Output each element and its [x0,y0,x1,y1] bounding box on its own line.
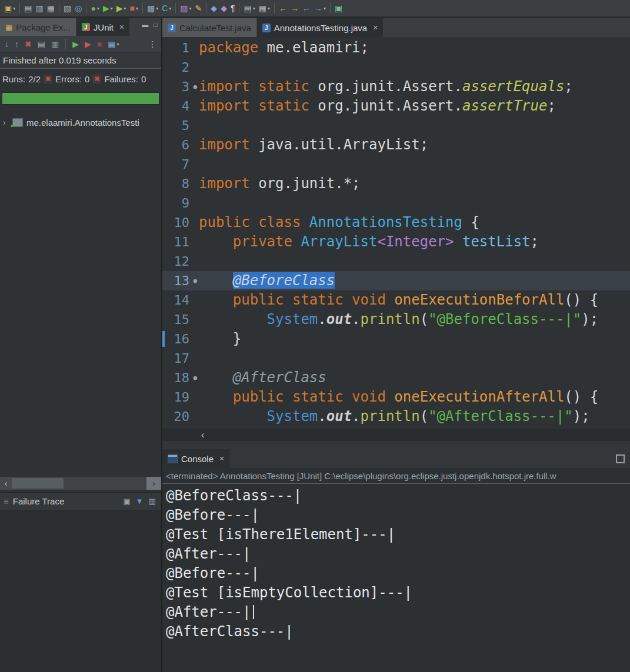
code-line[interactable]: 11 private ArrayList<Integer> testList; [162,232,630,252]
close-icon[interactable]: × [373,23,378,32]
debug-button[interactable]: ●▾ [89,2,101,15]
coverage-report-button[interactable]: ▨▾ [178,2,193,15]
mail-button[interactable]: ▧ [62,2,73,15]
minimize-view-icon[interactable]: ▬ [142,21,148,28]
back-button[interactable]: ← [301,2,312,15]
code-line[interactable]: 17 [162,349,630,368]
code-text: System.out.println("@BeforeClass---|"); [199,310,598,329]
maximize-console-icon[interactable] [616,454,625,463]
test-tree-item[interactable]: › me.elaamiri.AnnotationsTesti [0,115,161,129]
perspective-button[interactable]: ▣ [333,2,344,15]
code-text: private ArrayList<Integer> testList; [199,232,539,252]
tab-console[interactable]: Console × [162,449,229,468]
line-number-gutter: 8 [162,174,199,193]
code-line[interactable]: 10public class AnnotationsTesting { [162,213,630,232]
sort-button[interactable]: ▤▾ [242,2,256,15]
view-menu-button[interactable]: ⋮ [146,38,158,51]
line-number: 1 [182,38,189,58]
next-failed-test-button[interactable]: ↓ [3,38,11,51]
show-skipped-only-button[interactable]: ▥ [49,38,61,51]
maximize-view-icon[interactable]: □ [154,21,158,28]
stop-button[interactable]: ■ [95,38,104,51]
code-line[interactable]: 13● @BeforeClass [162,271,630,290]
code-line[interactable]: 15 System.out.println("@BeforeClass---|"… [162,310,630,329]
line-number-gutter: 2 [162,58,199,77]
editor-horizontal-scrollbar[interactable]: ‹ [162,429,630,441]
save-all-button[interactable]: ▥ [34,2,45,15]
new-wizard-button[interactable]: ▣▾ [2,2,17,15]
coverage-report-button-icon: ▨ [180,2,188,15]
scroll-left-icon[interactable]: ‹ [201,430,204,440]
show-whitespace-button[interactable]: ¶ [229,2,237,15]
new-java-project-button[interactable]: ▩▾ [145,2,160,15]
console-output[interactable]: @BeforeClass---|@Before---|@Test [isTher… [162,484,630,672]
scrollbar-thumb[interactable] [12,478,64,489]
open-task-button[interactable]: ◆ [219,2,229,15]
show-failures-only-button[interactable]: ▤ [36,38,47,51]
code-line[interactable]: 14 public static void oneExecutionBeforA… [162,290,630,310]
eclipse-window: ▣▾▤▥▦▧◎●▾▶▾▶▾■▾▩▾C▾▨▾✎◆◆¶▤▾▦▾←→←→▾▣ ▦ Pa… [0,0,630,672]
code-text: import java.util.ArrayList; [199,135,428,155]
show-stack-trace-console-button[interactable]: ▣ [122,495,132,508]
compare-results-button[interactable]: ▥ [147,495,158,508]
console-line: @Before---| [166,564,630,583]
new-java-project-button-icon: ▩ [147,2,155,15]
next-edit-location-button[interactable]: → [289,2,301,15]
code-line[interactable]: 7 [162,155,630,174]
code-line[interactable]: 9 [162,193,630,213]
format-button[interactable]: ✎ [194,2,204,15]
code-line[interactable]: 8import org.junit.*; [162,174,630,193]
new-java-class-button[interactable]: C▾ [160,2,173,15]
close-icon[interactable]: × [119,22,124,32]
tab-junit[interactable]: J JUnit × [76,18,129,36]
scroll-right-icon[interactable]: › [146,477,161,490]
code-line[interactable]: 6import java.util.ArrayList; [162,135,630,155]
tab-calculatetest-java[interactable]: J CalculateTest.java [162,18,257,37]
previous-failed-test-button[interactable]: ↑ [13,38,21,51]
java-file-icon: J [262,24,271,32]
code-line[interactable]: 20 System.out.println("@AfterClass---|")… [162,407,630,426]
search-button[interactable]: ◎ [73,2,84,15]
save-button[interactable]: ▤ [22,2,34,15]
rerun-failed-button[interactable]: ▶ [83,38,93,51]
code-line[interactable]: 4import static org.junit.Assert.assertTr… [162,96,630,116]
run-button[interactable]: ▶▾ [101,2,115,15]
code-line[interactable]: 5 [162,116,630,135]
code-line[interactable]: 18● @AfterClass [162,368,630,387]
code-text: import static org.junit.Assert.assertTru… [199,96,556,116]
filter-stack-trace-button[interactable]: ▼ [134,495,145,508]
scrollbar-track[interactable] [12,477,146,490]
code-line[interactable]: 3●import static org.junit.Assert.assertE… [162,77,630,96]
rerun-failed-first-button[interactable]: ✖ [23,38,34,51]
code-line[interactable]: 12 [162,252,630,271]
line-number-gutter: 4 [162,96,199,116]
splitter[interactable] [162,441,630,449]
test-run-history-button[interactable]: ▦▾ [106,38,121,51]
code-area[interactable]: 1package me.elaamiri;23●import static or… [162,37,630,429]
left-horizontal-scrollbar[interactable]: ‹ › [0,477,161,490]
rerun-test-button[interactable]: ▶ [71,38,81,51]
runs-value: 2/2 [28,74,41,84]
tab-label: CalculateTest.java [179,23,251,33]
tab-annotationstesting-java[interactable]: J AnnotationsTesting.java × [257,18,384,37]
forward-button[interactable]: →▾ [312,2,328,15]
scroll-left-icon[interactable]: ‹ [0,477,12,490]
external-tools-button[interactable]: ■▾ [128,2,139,15]
print-button[interactable]: ▦ [45,2,56,15]
format-button-icon: ✎ [195,2,202,15]
coverage-button[interactable]: ▶▾ [115,2,128,15]
close-icon[interactable]: × [219,454,224,463]
last-edit-location-button[interactable]: ← [277,2,289,15]
back-button-icon: ← [302,2,311,15]
tab-package-explorer[interactable]: ▦ Package Ex... [0,18,76,36]
code-line[interactable]: 2 [162,58,630,77]
main-toolbar: ▣▾▤▥▦▧◎●▾▶▾▶▾■▾▩▾C▾▨▾✎◆◆¶▤▾▦▾←→←→▾▣ [0,0,630,18]
hierarchy-button[interactable]: ▦▾ [257,2,272,15]
chevron-right-icon[interactable]: › [3,118,9,127]
open-type-button[interactable]: ◆ [209,2,219,15]
fold-marker-icon: ● [193,271,197,290]
code-line[interactable]: 1package me.elaamiri; [162,38,630,58]
code-line[interactable]: 19 public static void oneExecutionAfterA… [162,387,630,407]
line-number-gutter: 20 [162,407,199,426]
code-line[interactable]: 16 } [162,329,630,349]
